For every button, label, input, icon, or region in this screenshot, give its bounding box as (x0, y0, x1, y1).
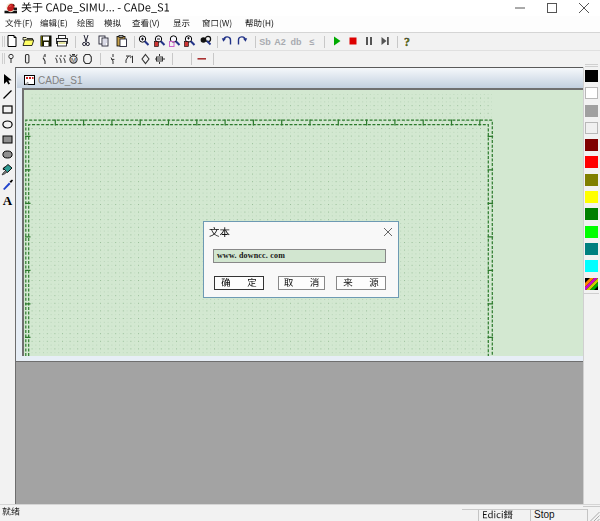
svg-text:db: db (291, 37, 302, 47)
svg-text:A: A (3, 193, 13, 206)
svg-text:≤: ≤ (310, 37, 315, 47)
svg-text:M: M (71, 57, 76, 63)
svg-text:A2: A2 (274, 37, 286, 47)
svg-text:Sb: Sb (259, 37, 271, 47)
svg-text:?: ? (404, 35, 410, 47)
